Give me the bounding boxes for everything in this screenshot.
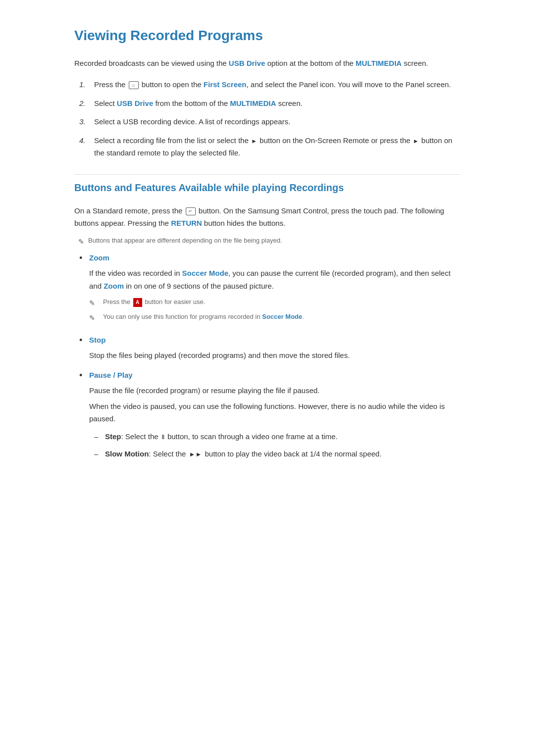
intro-usb-drive: USB Drive [229,59,265,67]
page-title: Viewing Recorded Programs [74,25,461,47]
pause-title: Pause [89,371,111,379]
step-2: 2. Select USB Drive from the bottom of t… [79,97,461,110]
bullet-pause-play: • Pause / Play Pause the file (recorded … [79,369,461,465]
zoom-sub-note-1: ✎ Press the A button for easier use. [89,297,461,308]
pause-play-title: Pause / Play [89,371,133,379]
dash-slow-content: Slow Motion: Select the ►► button to pla… [105,448,461,460]
section2-intro: On a Standard remote, press the ↵ button… [74,204,461,230]
bullet-dot-stop: • [79,334,89,347]
pause-desc-2: When the video is paused, you can use th… [89,400,461,425]
step-3: 3. Select a USB recording device. A list… [79,115,461,128]
intro-text-middle: option at the bottom of the [267,59,355,67]
step-1: 1. Press the ⌂ button to open the First … [79,78,461,91]
zoom-sub-notes: ✎ Press the A button for easier use. ✎ Y… [89,297,461,323]
a-button-icon: A [133,298,142,307]
pause-play-separator: / [113,371,117,379]
dash-char-2: – [94,448,105,460]
soccer-mode-link-2: Soccer Mode [262,313,302,320]
note-text-1: Buttons that appear are different depend… [88,236,282,246]
bullet-content-pause: Pause / Play Pause the file (recorded pr… [89,369,461,465]
arrow-right-icon: ► [251,136,257,146]
page-container: Viewing Recorded Programs Recorded broad… [45,0,490,498]
stop-desc: Stop the files being played (recorded pr… [89,349,461,362]
bullet-dot-zoom: • [79,252,89,264]
intro-paragraph: Recorded broadcasts can be viewed using … [74,57,461,70]
play-title: Play [117,371,133,379]
intro-multimedia: MULTIMEDIA [356,59,402,67]
step-label: Step [105,432,121,441]
bullet-stop: • Stop Stop the files being played (reco… [79,334,461,362]
note-line-1: ✎ Buttons that appear are different depe… [78,236,461,247]
return-link: RETURN [171,219,202,227]
pause-desc-1: Pause the file (recorded program) or res… [89,384,461,397]
bullet-dot-pause: • [79,369,89,382]
smart-button-icon: ⌂ [129,81,139,89]
zoom-link: Zoom [104,282,124,290]
step-4: 4. Select a recording file from the list… [79,134,461,159]
multimedia-link: MULTIMEDIA [230,99,276,107]
intro-text-before: Recorded broadcasts can be viewed using … [74,59,229,67]
dash-char-1: – [94,430,105,443]
section2-title: Buttons and Features Available while pla… [74,174,461,196]
zoom-title: Zoom [89,253,109,262]
dash-step-content: Step: Select the Ⅱ button, to scan throu… [105,430,461,443]
bullet-zoom: • Zoom If the video was recorded in Socc… [79,252,461,326]
pause-button-icon: Ⅱ [161,432,164,443]
pencil-icon-1: ✎ [78,236,84,247]
ff-button-icon: ►► [189,449,202,460]
bullet-content-zoom: Zoom If the video was recorded in Soccer… [89,252,461,326]
stop-title: Stop [89,336,106,344]
zoom-desc: If the video was recorded in Soccer Mode… [89,267,461,292]
pencil-icon-3: ✎ [89,312,99,323]
dash-step: – Step: Select the Ⅱ button, to scan thr… [94,430,461,443]
usb-drive-link: USB Drive [117,99,153,107]
arrow-right-icon-2: ► [413,136,419,146]
standard-remote-icon: ↵ [186,207,196,215]
slow-motion-label: Slow Motion [105,450,149,458]
bullet-content-stop: Stop Stop the files being played (record… [89,334,461,362]
dash-slow-motion: – Slow Motion: Select the ►► button to p… [94,448,461,460]
feature-bullet-list: • Zoom If the video was recorded in Socc… [74,252,461,465]
intro-text-after: screen. [404,59,428,67]
zoom-sub-note-2: ✎ You can only use this function for pro… [89,312,461,323]
pause-dash-list: – Step: Select the Ⅱ button, to scan thr… [89,430,461,460]
steps-list: 1. Press the ⌂ button to open the First … [74,78,461,159]
first-screen-link: First Screen [204,80,247,89]
pencil-icon-2: ✎ [89,298,99,308]
soccer-mode-link-1: Soccer Mode [182,269,228,277]
